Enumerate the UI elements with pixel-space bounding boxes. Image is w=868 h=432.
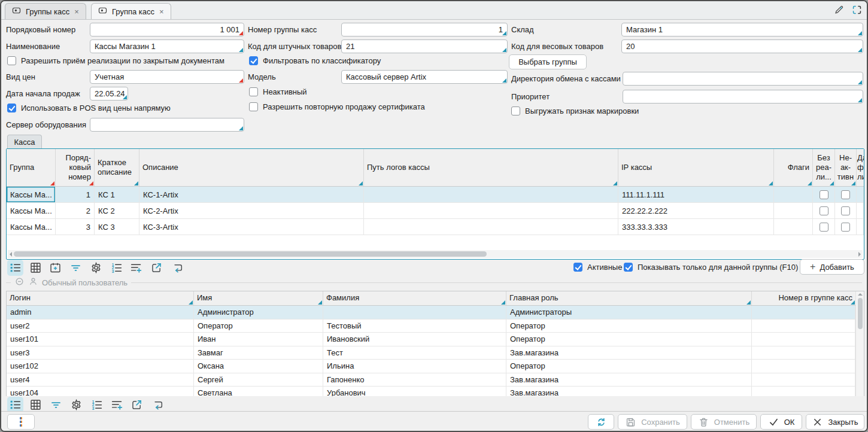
table-row[interactable]: user3 Завмаг Тест Зав.магазина: [7, 346, 855, 360]
table-row[interactable]: user4 Сергей Гапоненко Зав.магазина: [7, 373, 855, 387]
scrollbar-thumb[interactable]: [858, 298, 863, 329]
cell-login[interactable]: admin: [7, 306, 194, 319]
cell-first-name[interactable]: Сергей: [194, 373, 323, 387]
cell-first-name[interactable]: Иван: [194, 333, 323, 346]
settings-gear-button[interactable]: [68, 397, 84, 413]
cell-serial[interactable]: 1: [56, 187, 95, 202]
cell-inactive[interactable]: [835, 187, 857, 202]
cell-ip[interactable]: 333.33.3.333: [618, 219, 774, 235]
checkbox-box[interactable]: [511, 107, 520, 115]
cell-cut[interactable]: [857, 203, 864, 218]
checkbox-box[interactable]: [820, 190, 828, 199]
cell-role[interactable]: Администраторы: [506, 306, 752, 319]
filter-by-classifier-checkbox[interactable]: Фильтровать по классификатору: [249, 56, 381, 65]
settings-gear-button[interactable]: [88, 260, 104, 276]
maximize-icon[interactable]: [851, 4, 863, 17]
allow-cert-resale-checkbox[interactable]: Разрешить повторную продажу сертификата: [249, 102, 425, 111]
cell-role[interactable]: Зав.магазина: [506, 373, 752, 387]
only-group-filter-checkbox[interactable]: Показывать только для данной группы (F10…: [624, 263, 798, 272]
cell-role[interactable]: Зав.магазина: [506, 346, 752, 360]
checkbox-box[interactable]: [841, 223, 850, 232]
cell-desc[interactable]: КС-3-Artix: [139, 219, 364, 235]
scrollbar-thumb[interactable]: [14, 251, 487, 257]
cell-group-number[interactable]: [752, 306, 855, 319]
cell-no-realization[interactable]: [813, 219, 835, 235]
scroll-left-icon[interactable]: [10, 252, 12, 257]
cell-desc[interactable]: КС-2-Artix: [139, 203, 364, 218]
cell-group-number[interactable]: [752, 333, 855, 346]
checkbox-box[interactable]: [820, 206, 828, 215]
cell-first-name[interactable]: Администратор: [194, 306, 323, 319]
table-row[interactable]: admin Администратор Администраторы: [7, 306, 855, 320]
cell-first-name[interactable]: Светлана: [194, 387, 323, 396]
checkbox-box[interactable]: [7, 56, 16, 65]
model-field[interactable]: Кассовый сервер Artix: [341, 70, 508, 84]
cell-group[interactable]: Кассы Ма...: [7, 203, 56, 218]
table-row[interactable]: user101 Иван Ивановский Оператор: [7, 333, 855, 346]
cell-login[interactable]: user4: [7, 373, 194, 387]
checkbox-box[interactable]: [249, 102, 258, 111]
column-header-login[interactable]: Логин: [7, 291, 194, 305]
equipment-server-field[interactable]: [90, 118, 244, 132]
collapse-minus-icon[interactable]: [14, 276, 25, 288]
cell-cut[interactable]: [857, 219, 864, 235]
cell-last-name[interactable]: Урбанович: [323, 387, 506, 396]
cell-first-name[interactable]: Завмаг: [194, 346, 323, 360]
scroll-right-icon[interactable]: [858, 252, 861, 257]
column-header-no-realization[interactable]: Без реа- ли...: [813, 149, 835, 186]
view-list-button[interactable]: [7, 397, 23, 413]
cell-serial[interactable]: 2: [56, 203, 95, 218]
cell-cut[interactable]: [857, 187, 864, 202]
cell-login[interactable]: user101: [7, 333, 194, 346]
cell-group-number[interactable]: [752, 346, 855, 360]
cell-role[interactable]: Оператор: [506, 320, 752, 333]
cell-inactive[interactable]: [835, 219, 857, 235]
tab-close-icon[interactable]: ×: [74, 7, 80, 16]
cell-short-desc[interactable]: КС 1: [95, 187, 139, 202]
piece-goods-code-field[interactable]: 21: [341, 39, 508, 53]
inactive-checkbox[interactable]: Неактивный: [249, 87, 307, 96]
tab-cash-group[interactable]: Группа касс ×: [91, 3, 171, 19]
checkbox-box[interactable]: [841, 190, 850, 199]
select-groups-button[interactable]: Выбрать группы: [509, 54, 587, 69]
tab-close-icon[interactable]: ×: [159, 7, 165, 16]
table-row[interactable]: user104 Светлана Урбанович Зав.магазина: [7, 387, 855, 396]
priority-field[interactable]: [623, 90, 863, 104]
column-header-serial[interactable]: Поряд- ковый номер: [56, 149, 95, 186]
checkbox-box[interactable]: [573, 263, 582, 272]
column-header-desc[interactable]: Описание: [139, 149, 364, 186]
filter-button[interactable]: [68, 260, 84, 276]
cell-no-realization[interactable]: [813, 203, 835, 218]
checkbox-box[interactable]: [249, 56, 258, 65]
column-header-group[interactable]: Группа: [7, 149, 56, 186]
cell-group-number[interactable]: [752, 320, 855, 333]
cell-log-path[interactable]: [364, 219, 618, 235]
reload-loop-button[interactable]: [150, 397, 166, 413]
view-grid-button[interactable]: [28, 260, 44, 276]
table-row[interactable]: Кассы Ма... 2 КС 2 КС-2-Artix 222.22.2.2…: [7, 203, 864, 219]
table-row[interactable]: user102 Оксана Ильина Оператор: [7, 360, 855, 373]
cell-last-name[interactable]: Тестовый: [323, 320, 506, 333]
cell-group-number[interactable]: [752, 387, 855, 396]
cell-flags[interactable]: [774, 219, 813, 235]
cell-group[interactable]: Кассы Ма...: [7, 187, 56, 202]
vertical-scrollbar[interactable]: [855, 291, 864, 396]
add-to-list-button[interactable]: [109, 397, 125, 413]
cell-last-name[interactable]: Ильина: [323, 360, 506, 373]
save-button[interactable]: Сохранить: [618, 414, 687, 430]
serial-number-field[interactable]: 1 001: [90, 23, 244, 36]
ok-button[interactable]: ОК: [760, 414, 802, 430]
column-header-role[interactable]: Главная роль: [506, 291, 752, 305]
view-grid-button[interactable]: [28, 397, 44, 413]
allow-sales-closed-docs-checkbox[interactable]: Разрешить приём реализации по закрытым д…: [7, 56, 224, 65]
cell-group-number[interactable]: [752, 373, 855, 387]
refresh-button[interactable]: [588, 414, 614, 430]
column-header-flags[interactable]: Флаги: [774, 149, 813, 186]
cell-desc[interactable]: КС-1-Artix: [139, 187, 364, 202]
column-header-inactive[interactable]: Не- ак- тивн: [835, 149, 857, 186]
scroll-up-icon[interactable]: [858, 293, 863, 296]
name-field[interactable]: Кассы Магазин 1: [90, 39, 244, 53]
cell-short-desc[interactable]: КС 2: [95, 203, 139, 218]
reload-loop-button[interactable]: [169, 260, 186, 276]
cell-flags[interactable]: [774, 203, 813, 218]
